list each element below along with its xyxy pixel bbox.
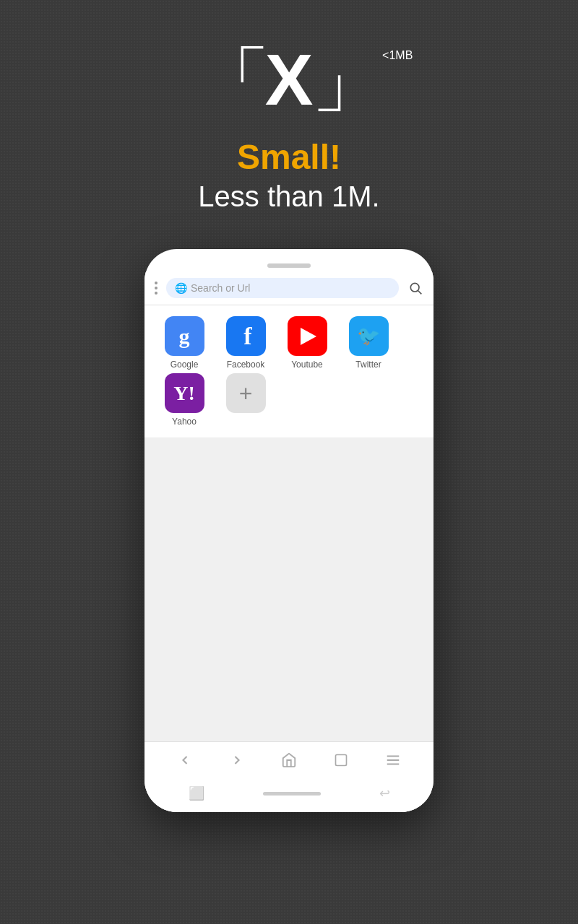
logo-container: 「 X 」 <1MB — [198, 43, 381, 116]
logo-x: X — [265, 43, 314, 116]
twitter-icon: 🐦 — [349, 316, 389, 356]
tagline-highlight: Small! — [237, 137, 341, 177]
svg-rect-2 — [336, 755, 347, 766]
browser-content-area — [144, 437, 434, 741]
menu-button[interactable] — [382, 749, 404, 771]
tagline-sub: Less than 1M. — [198, 180, 379, 213]
quick-item-google[interactable]: g Google — [155, 316, 213, 370]
menu-dot-1 — [155, 282, 158, 284]
quick-item-youtube[interactable]: Youtube — [278, 316, 336, 370]
search-button[interactable] — [405, 277, 426, 299]
logo-size-badge: <1MB — [382, 49, 413, 62]
youtube-icon — [288, 316, 327, 356]
search-icon — [408, 281, 423, 295]
home-button[interactable] — [278, 749, 300, 771]
facebook-label: Facebook — [227, 359, 265, 370]
phone-screen: 🌐 Search or Url g Google — [144, 271, 434, 812]
quick-item-yahoo[interactable]: Y! Yahoo — [155, 373, 213, 427]
youtube-play-icon — [301, 328, 316, 345]
search-placeholder-text: Search or Url — [191, 282, 390, 294]
browser-menu-button[interactable] — [152, 279, 160, 297]
google-icon: g — [165, 316, 204, 356]
globe-icon: 🌐 — [175, 282, 186, 294]
top-section: 「 X 」 <1MB Small! Less than 1M. — [198, 43, 381, 213]
facebook-icon: f — [226, 316, 266, 356]
quick-access-grid: g Google f Facebook Youtube — [144, 305, 434, 437]
phone-speaker — [267, 263, 311, 268]
tabs-button[interactable] — [330, 749, 352, 771]
menu-dot-3 — [155, 292, 158, 295]
twitter-label: Twitter — [355, 359, 381, 370]
back-button[interactable] — [174, 749, 196, 771]
phone-back-icon[interactable]: ⬜ — [189, 785, 204, 801]
logo-left-bracket: 「 — [198, 43, 267, 116]
browser-search-bar[interactable]: 🌐 Search or Url — [166, 278, 399, 298]
home-indicator[interactable] — [263, 792, 321, 796]
menu-dot-2 — [155, 287, 158, 289]
quick-item-add[interactable]: + — [217, 373, 275, 427]
yahoo-label: Yahoo — [172, 417, 197, 427]
phone-recent-icon[interactable]: ↩ — [379, 785, 390, 801]
yahoo-icon: Y! — [165, 373, 204, 413]
quick-item-twitter[interactable]: 🐦 Twitter — [340, 316, 397, 370]
add-icon: + — [226, 373, 266, 413]
browser-toolbar: 🌐 Search or Url — [144, 271, 434, 305]
quick-item-facebook[interactable]: f Facebook — [217, 316, 275, 370]
forward-button[interactable] — [226, 749, 248, 771]
browser-bottom-nav — [144, 741, 434, 778]
svg-point-0 — [410, 283, 419, 292]
google-label: Google — [171, 359, 199, 370]
svg-line-1 — [418, 291, 422, 295]
phone-mockup: 🌐 Search or Url g Google — [144, 249, 434, 812]
phone-system-bar: ⬜ ↩ — [144, 778, 434, 812]
youtube-label: Youtube — [291, 359, 323, 370]
logo-right-bracket: 」 — [311, 43, 380, 116]
